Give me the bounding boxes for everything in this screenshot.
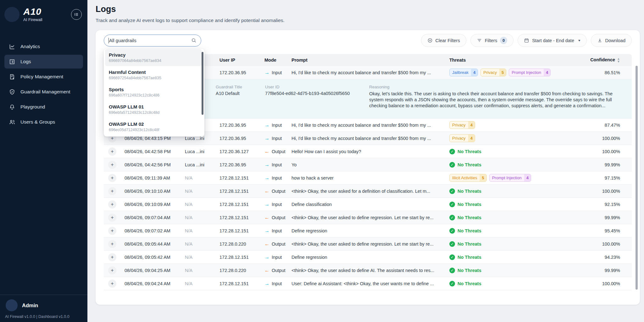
threats-cell: Illicit Activities5Prompt Injection4 [446, 174, 581, 182]
mode-arrow-icon: → [264, 70, 269, 75]
table-row[interactable]: + 08/04/26, 09:05:42 AM N/A 172.28.12.15… [104, 251, 632, 264]
user-ip-cell: 172.20.36.127 [216, 149, 261, 154]
mode-label: Input [272, 202, 282, 207]
nav-item-label: Guardrail Management [20, 89, 70, 95]
table-row[interactable]: + 08/04/26, 09:11:39 AM N/A 172.28.12.15… [104, 171, 632, 185]
user-cell: N/A [182, 189, 216, 194]
sidebar-nav-item[interactable]: Playground [4, 100, 83, 114]
table-row[interactable]: + 08/04/26, 09:04:25 AM N/A 172.28.0.220… [104, 264, 632, 277]
sidebar-footer: Admin AI Firewall v1.0.0 | Dashboard v1.… [0, 295, 87, 322]
threats-cell: ✓No Threats [446, 281, 581, 286]
clear-filters-button[interactable]: Clear Filters [421, 34, 466, 47]
guardrail-option[interactable]: OWASP LLM 02 696ec05d7124923c12c8c48f [105, 118, 202, 135]
no-threats-badge: ✓No Threats [449, 202, 481, 207]
threats-cell: ✓No Threats [446, 254, 581, 260]
download-button[interactable]: Download [591, 34, 632, 47]
mode-label: Output [272, 189, 286, 194]
expand-row-button[interactable]: + [108, 253, 116, 261]
table-row[interactable]: + 08/04/26, 09:04:24 AM N/A 172.28.12.15… [104, 277, 632, 290]
user-cell: N/A [182, 202, 216, 207]
prompt-cell: <think> Okay, the user asked to define r… [288, 215, 446, 220]
confidence-cell: 87.47% [581, 123, 623, 128]
dropdown-scrollbar[interactable] [202, 52, 203, 115]
playground-icon [9, 104, 15, 110]
mode-cell: →Input [261, 202, 288, 207]
table-row[interactable]: + 08/04/26, 04:42:56 PM Luca ...ini 172.… [104, 158, 632, 171]
confidence-cell: 92.15% [581, 202, 623, 207]
guardrail-option[interactable]: Sports 696a607f7124923c12c8c486 [105, 84, 202, 101]
guardrail-search-input[interactable]: All guardrails [104, 35, 201, 47]
confidence-cell: 100.00% [581, 136, 623, 141]
expand-row-button[interactable]: + [108, 147, 116, 156]
expand-row-button[interactable]: + [108, 266, 116, 275]
filters-button[interactable]: Filters 0 [470, 34, 514, 47]
filters-icon [477, 38, 482, 43]
text-caret [108, 38, 109, 43]
header-confidence[interactable]: Confidence▲▼ [581, 57, 623, 63]
card-toolbar: All guardrails Clear Filters [96, 30, 640, 47]
version-text: AI Firewall v1.0.0 | Dashboard v1.0.0 [5, 314, 82, 319]
mode-arrow-icon: ← [264, 215, 269, 220]
prompt-cell: Hi, I'd like to check my account balance… [288, 70, 446, 75]
search-value: All guardrails [109, 38, 136, 43]
table-row[interactable]: + 08/04/26, 09:07:02 AM N/A 172.28.12.15… [104, 224, 632, 237]
mode-label: Input [272, 123, 282, 128]
user-cell: N/A [182, 281, 216, 286]
expand-row-button[interactable]: + [108, 240, 116, 248]
header-mode: Mode [261, 58, 288, 63]
sidebar-collapse-button[interactable] [71, 9, 82, 20]
mode-arrow-icon: → [264, 175, 269, 180]
table-row[interactable]: + 08/04/26, 09:10:09 AM N/A 172.28.12.15… [104, 198, 632, 211]
table-row[interactable]: + 08/04/26, 09:05:44 AM N/A 172.28.0.220… [104, 237, 632, 251]
check-icon: ✓ [449, 268, 455, 273]
expand-row-button[interactable]: + [108, 200, 116, 208]
user-ip-cell: 172.20.36.95 [216, 136, 261, 141]
mode-cell: →Input [261, 162, 288, 168]
expand-row-button[interactable]: + [108, 187, 116, 195]
guardrail-option[interactable]: Harmful Content 696697254a84ebb7567ae835 [105, 66, 202, 83]
table-scrollbar[interactable] [636, 66, 638, 290]
threats-cell: ✓No Threats [446, 215, 581, 220]
mode-arrow-icon: ← [264, 149, 269, 154]
guardrail-option[interactable]: Privacy 696697064a84ebb7567ae834 [105, 49, 202, 66]
sort-icon: ▲▼ [617, 57, 620, 63]
expand-row-button[interactable]: + [108, 174, 116, 182]
threats-cell: ✓No Threats [446, 202, 581, 207]
sidebar-nav-item[interactable]: Users & Groups [4, 115, 83, 129]
mode-cell: →Input [261, 228, 288, 234]
expand-row-button[interactable]: + [108, 227, 116, 235]
user-ip-cell: 172.28.12.151 [216, 202, 261, 207]
mode-cell: →Input [261, 136, 288, 141]
table-row[interactable]: + 08/04/26, 09:10:10 AM N/A 172.28.12.15… [104, 185, 632, 198]
admin-row[interactable]: Admin [6, 299, 82, 311]
sidebar-nav-item[interactable]: Analytics [4, 40, 83, 53]
table-row[interactable]: + 08/04/26, 04:42:58 PM Luca ...ini 172.… [104, 145, 632, 158]
user-ip-cell: 172.20.36.95 [216, 162, 261, 167]
clear-filters-icon [427, 38, 433, 43]
clear-filters-label: Clear Filters [436, 38, 460, 43]
date-range-button[interactable]: Start date - End date ▾ [518, 34, 586, 47]
mode-label: Input [272, 136, 282, 141]
confidence-cell: 95.45% [581, 228, 623, 233]
guardrail-option[interactable]: OWASP LLM 05 [105, 136, 202, 136]
chevron-down-icon: ▾ [578, 39, 580, 42]
table-row[interactable]: + 08/04/26, 09:07:04 AM N/A 172.28.12.15… [104, 211, 632, 224]
sidebar-nav-item[interactable]: Logs [4, 55, 83, 69]
guardrail-option[interactable]: OWASP LLM 01 696ebfa57124923c12c8c48d [105, 101, 202, 118]
mode-arrow-icon: → [264, 122, 269, 128]
expand-row-button[interactable]: + [108, 280, 116, 288]
mode-cell: ←Output [261, 268, 288, 273]
expand-row-button[interactable]: + [108, 161, 116, 169]
expand-row-button[interactable]: + [108, 214, 116, 222]
privacy-threat-badge: Privacy4 [449, 121, 475, 129]
guardrail-dropdown: Privacy 696697064a84ebb7567ae834 Harmful… [104, 49, 204, 136]
prompt-cell: Hi, I'd like to check my account balance… [288, 123, 446, 128]
sidebar-nav-item[interactable]: Policy Management [4, 70, 83, 84]
page-subtitle: Track and analyze AI event logs to suppo… [96, 18, 640, 23]
confidence-cell: 99.99% [581, 268, 623, 273]
header-threats: Threats [446, 58, 581, 63]
logs-card: All guardrails Clear Filters [96, 30, 640, 305]
sidebar-nav-item[interactable]: Guardrail Management [4, 85, 83, 99]
user-ip-cell: 172.20.36.95 [216, 123, 261, 128]
mode-cell: ←Output [261, 241, 288, 247]
